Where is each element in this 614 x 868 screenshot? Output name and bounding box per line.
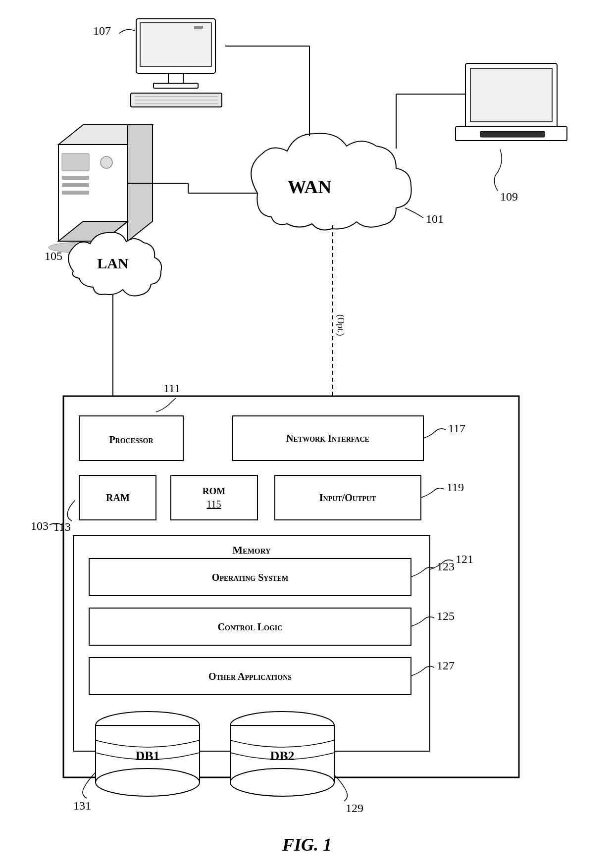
svg-rect-2 (194, 26, 203, 29)
wan-label: WAN (288, 176, 332, 197)
network-interface-label: Network Interface (286, 433, 369, 444)
ref-101: 101 (426, 212, 444, 225)
memory-box (73, 536, 430, 751)
rom-ref-sub: 115 (206, 499, 221, 510)
ref-129: 129 (346, 802, 363, 815)
rom-label: ROM (203, 486, 226, 496)
lan-label: LAN (97, 255, 129, 271)
control-logic-label: Control Logic (218, 621, 283, 632)
svg-rect-5 (131, 93, 222, 107)
os-label: Operating System (212, 572, 288, 583)
db2-top (230, 712, 334, 739)
svg-rect-14 (62, 153, 89, 171)
processor-label: Processor (109, 434, 154, 445)
svg-rect-12 (480, 131, 545, 137)
input-output-box (275, 475, 421, 520)
svg-rect-3 (168, 73, 183, 84)
svg-rect-9 (465, 63, 557, 128)
svg-point-22 (49, 242, 138, 254)
ref-125: 125 (437, 610, 455, 622)
db1-body (96, 725, 200, 782)
db1-top (96, 712, 200, 739)
ref-107: 107 (93, 24, 111, 37)
os-box (89, 559, 411, 596)
opt-label: (Opt.) (335, 314, 346, 336)
rom-box (171, 475, 257, 520)
svg-marker-21 (58, 221, 128, 241)
ref-127: 127 (437, 659, 455, 672)
figure-caption: FIG. 1 (282, 835, 332, 855)
ref-121: 121 (456, 553, 473, 565)
control-logic-box (89, 608, 411, 645)
svg-rect-1 (140, 23, 211, 66)
svg-rect-10 (470, 68, 552, 122)
svg-marker-19 (58, 125, 153, 145)
network-interface-box (233, 416, 423, 460)
other-apps-box (89, 658, 411, 695)
ref-131: 131 (73, 799, 91, 812)
svg-rect-17 (62, 191, 89, 195)
ref-103: 103 (31, 519, 49, 532)
svg-marker-20 (128, 125, 153, 241)
processor-box (79, 416, 183, 460)
ram-label: RAM (106, 492, 130, 503)
svg-rect-4 (154, 83, 198, 88)
db2-bottom (230, 768, 334, 796)
ref-113: 113 (53, 520, 71, 533)
system-box (63, 396, 519, 777)
db1-label: DB1 (135, 749, 159, 763)
wan-cloud: WAN (251, 133, 411, 230)
svg-rect-16 (62, 183, 89, 187)
ref-109: 109 (500, 190, 518, 203)
ref-105: 105 (45, 250, 62, 262)
lan-cloud: LAN (68, 232, 161, 296)
ref-123: 123 (437, 560, 455, 573)
memory-label: Memory (232, 544, 271, 556)
ram-box (79, 475, 156, 520)
db1-bottom (96, 768, 200, 796)
db2-label: DB2 (270, 749, 294, 763)
input-output-label: Input/Output (319, 492, 376, 503)
svg-rect-11 (456, 127, 567, 141)
other-apps-label: Other Applications (208, 671, 292, 682)
svg-point-18 (101, 156, 112, 168)
svg-rect-15 (62, 176, 89, 180)
ref-111: 111 (163, 382, 180, 395)
ref-119: 119 (447, 481, 464, 494)
db2-body (230, 725, 334, 782)
svg-rect-0 (136, 19, 215, 73)
svg-rect-13 (58, 145, 128, 241)
ref-117: 117 (448, 422, 465, 435)
